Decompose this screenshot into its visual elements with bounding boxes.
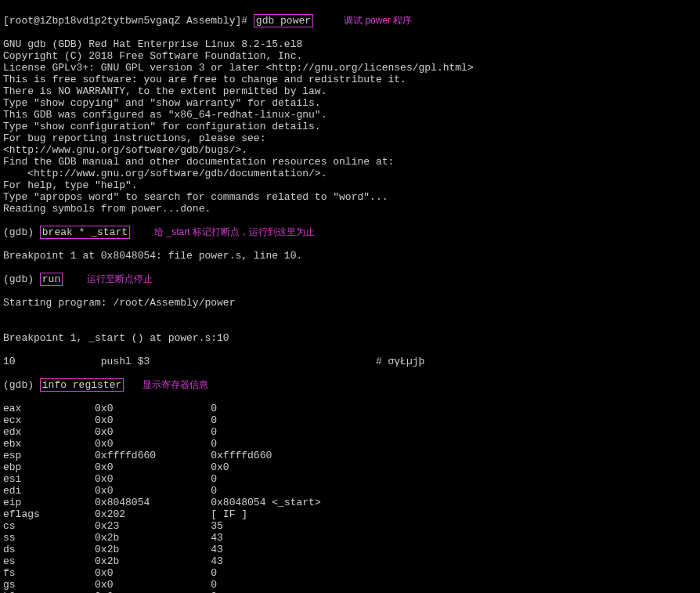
reg-hex: 0x0 bbox=[95, 567, 211, 579]
register-row: esi 0x0 0 bbox=[3, 473, 697, 485]
reg-name: esi bbox=[3, 473, 95, 485]
register-row: eip 0x8048054 0x8048054 <_start> bbox=[3, 497, 697, 508]
reg-val: 43 bbox=[211, 532, 223, 544]
reg-val: 0 bbox=[211, 485, 217, 497]
reg-val: 0 bbox=[211, 426, 217, 438]
gdb-break-line[interactable]: (gdb) break * _start 给 _start 标记打断点，运行到这… bbox=[3, 226, 697, 238]
reg-val: 0x8048054 <_start> bbox=[211, 497, 320, 508]
cmd-gdb-power: gdb power bbox=[254, 14, 313, 27]
note-run: 运行至断点停止 bbox=[87, 273, 153, 284]
reg-name: es bbox=[3, 555, 95, 567]
register-row: gs 0x0 0 bbox=[3, 579, 697, 591]
note-gdb-power: 调试 power 程序 bbox=[344, 15, 412, 26]
register-row: esp 0xffffd660 0xffffd660 bbox=[3, 450, 697, 461]
shell-prompt: [root@iZbp18vd1p2tytbwn5vgaqZ Assembly]# bbox=[3, 15, 254, 27]
reg-name: eflags bbox=[3, 508, 95, 520]
reg-name: esp bbox=[3, 450, 95, 461]
register-row: cs 0x23 35 bbox=[3, 520, 697, 532]
reg-name: eax bbox=[3, 403, 95, 414]
reg-val: 43 bbox=[211, 555, 223, 567]
gdb-prompt: (gdb) bbox=[3, 226, 40, 238]
reg-name: cs bbox=[3, 520, 95, 532]
register-row: ecx 0x0 0 bbox=[3, 414, 697, 426]
reg-hex: 0x0 bbox=[95, 414, 211, 426]
intro-line: Type "show copying" and "show warranty" … bbox=[3, 97, 697, 109]
reg-val: 43 bbox=[211, 544, 223, 555]
register-row: eax 0x0 0 bbox=[3, 403, 697, 414]
note-break: 给 _start 标记打断点，运行到这里为止 bbox=[154, 226, 315, 237]
reg-name: ecx bbox=[3, 414, 95, 426]
src-line: 10 pushl $3 # σγŁµjþ bbox=[3, 356, 697, 367]
intro-line: <http://www.gnu.org/software/gdb/bugs/>. bbox=[3, 144, 697, 156]
reg-hex: 0xffffd660 bbox=[95, 450, 211, 461]
cmd-break-start: break * _start bbox=[40, 226, 130, 239]
note-info-reg: 显示寄存器信息 bbox=[143, 379, 208, 390]
register-row: edi 0x0 0 bbox=[3, 485, 697, 497]
register-row: ds 0x2b 43 bbox=[3, 544, 697, 555]
register-row: eflags 0x202 [ IF ] bbox=[3, 508, 697, 520]
cmd-run: run bbox=[40, 273, 63, 286]
register-row: edx 0x0 0 bbox=[3, 426, 697, 438]
reg-name: fs bbox=[3, 567, 95, 579]
reg-name: ebp bbox=[3, 461, 95, 473]
gdb-prompt: (gdb) bbox=[3, 379, 40, 391]
register-row: fs 0x0 0 bbox=[3, 567, 697, 579]
break-output: Breakpoint 1 at 0x8048054: file power.s,… bbox=[3, 250, 697, 262]
reg-hex: 0x0 bbox=[95, 579, 211, 591]
reg-name: edi bbox=[3, 485, 95, 497]
reg-val: 35 bbox=[211, 520, 223, 532]
reg-hex: 0x2b bbox=[95, 544, 211, 555]
register-row: ss 0x2b 43 bbox=[3, 532, 697, 544]
intro-line: This is free software: you are free to c… bbox=[3, 74, 697, 85]
intro-line: Copyright (C) 2018 Free Software Foundat… bbox=[3, 50, 697, 62]
reg-hex: 0x0 bbox=[95, 473, 211, 485]
register-row: es 0x2b 43 bbox=[3, 555, 697, 567]
reg-hex: 0x8048054 bbox=[95, 497, 211, 508]
terminal[interactable]: [root@iZbp18vd1p2tytbwn5vgaqZ Assembly]#… bbox=[0, 0, 700, 593]
reg-val: 0xffffd660 bbox=[211, 450, 272, 461]
cmd-info-register: info register bbox=[40, 378, 124, 392]
reg-name: edx bbox=[3, 426, 95, 438]
run-output: Starting program: /root/Assembly/power bbox=[3, 297, 697, 309]
reg-hex: 0x0 bbox=[95, 461, 211, 473]
gdb-info-line[interactable]: (gdb) info register 显示寄存器信息 bbox=[3, 379, 697, 391]
reg-hex: 0x0 bbox=[95, 403, 211, 414]
reg-name: ebx bbox=[3, 438, 95, 450]
intro-line: Type "apropos word" to search for comman… bbox=[3, 191, 697, 203]
reg-val: 0x0 bbox=[211, 461, 229, 473]
register-row: ebx 0x0 0 bbox=[3, 438, 697, 450]
intro-line: For bug reporting instructions, please s… bbox=[3, 132, 697, 144]
reg-val: 0 bbox=[211, 473, 217, 485]
intro-line: GNU gdb (GDB) Red Hat Enterprise Linux 8… bbox=[3, 38, 697, 50]
reg-val: 0 bbox=[211, 414, 217, 426]
intro-line: There is NO WARRANTY, to the extent perm… bbox=[3, 85, 697, 97]
reg-hex: 0x23 bbox=[95, 520, 211, 532]
intro-line: Find the GDB manual and other documentat… bbox=[3, 156, 697, 168]
intro-line: This GDB was configured as "x86_64-redha… bbox=[3, 109, 697, 121]
intro-line: Reading symbols from power...done. bbox=[3, 203, 697, 215]
intro-line: For help, type "help". bbox=[3, 179, 697, 191]
intro-line: <http://www.gnu.org/software/gdb/documen… bbox=[3, 168, 697, 179]
gdb-run-line[interactable]: (gdb) run 运行至断点停止 bbox=[3, 273, 697, 285]
intro-line: Type "show configuration" for configurat… bbox=[3, 121, 697, 132]
intro-line: License GPLv3+: GNU GPL version 3 or lat… bbox=[3, 62, 697, 74]
reg-val: 0 bbox=[211, 579, 217, 591]
bp-hit-line: Breakpoint 1, _start () at power.s:10 bbox=[3, 332, 697, 344]
reg-name: ss bbox=[3, 532, 95, 544]
reg-name: eip bbox=[3, 497, 95, 508]
shell-prompt-line[interactable]: [root@iZbp18vd1p2tytbwn5vgaqZ Assembly]#… bbox=[3, 15, 697, 27]
reg-name: gs bbox=[3, 579, 95, 591]
reg-hex: 0x202 bbox=[95, 508, 211, 520]
reg-hex: 0x2b bbox=[95, 532, 211, 544]
reg-val: 0 bbox=[211, 403, 217, 414]
reg-hex: 0x2b bbox=[95, 555, 211, 567]
reg-val: 0 bbox=[211, 567, 217, 579]
gdb-prompt: (gdb) bbox=[3, 273, 40, 285]
register-row: ebp 0x0 0x0 bbox=[3, 461, 697, 473]
reg-hex: 0x0 bbox=[95, 485, 211, 497]
reg-val: 0 bbox=[211, 438, 217, 450]
reg-val: [ IF ] bbox=[211, 508, 247, 520]
reg-name: ds bbox=[3, 544, 95, 555]
reg-hex: 0x0 bbox=[95, 426, 211, 438]
reg-hex: 0x0 bbox=[95, 438, 211, 450]
